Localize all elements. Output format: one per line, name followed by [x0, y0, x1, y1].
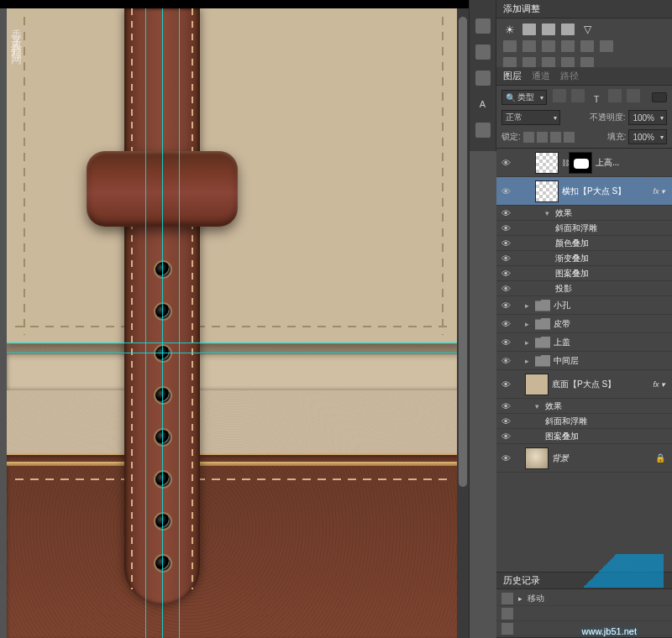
layer-effect-item[interactable]: 👁斜面和浮雕: [496, 414, 672, 429]
dock-icon[interactable]: [475, 44, 491, 60]
layer-group-row[interactable]: 👁▸皮带: [496, 315, 672, 333]
layer-visibility-toggle[interactable]: 👁: [496, 158, 515, 168]
group-toggle[interactable]: ▸: [525, 301, 535, 310]
layer-name[interactable]: 上盖: [554, 337, 669, 348]
dock-icon[interactable]: A: [475, 97, 491, 112]
guide-horizontal[interactable]: [7, 353, 460, 353]
fx-visibility-toggle[interactable]: 👁: [496, 208, 515, 218]
layer-visibility-toggle[interactable]: 👁: [496, 453, 515, 463]
layer-name[interactable]: 底面【P大点 S】: [552, 379, 653, 390]
layer-group-row[interactable]: 👁▸小孔: [496, 296, 672, 315]
channel-mixer-icon[interactable]: [580, 40, 594, 52]
layer-list[interactable]: 👁 ⛓ 上高... 👁 横扣【P大点 S】 fx ▾ 👁▾效果 👁斜面和浮雕 👁…: [496, 149, 672, 572]
layer-visibility-toggle[interactable]: 👁: [496, 379, 515, 390]
layers-tab[interactable]: 图层: [503, 70, 522, 82]
vibrance-icon[interactable]: ▽: [580, 24, 594, 35]
layer-name[interactable]: 上高...: [596, 157, 669, 169]
filter-type-icon[interactable]: T: [590, 92, 603, 106]
fx-visibility-toggle[interactable]: 👁: [496, 416, 515, 426]
dock-icon[interactable]: [475, 71, 491, 86]
mask-link-icon[interactable]: ⛓: [562, 159, 569, 167]
fill-input[interactable]: 100%: [628, 129, 667, 144]
photo-filter-icon[interactable]: [561, 40, 575, 52]
curves-icon[interactable]: [542, 24, 555, 35]
history-item[interactable]: [496, 606, 672, 621]
blend-mode-select[interactable]: 正常: [501, 110, 560, 125]
document-canvas[interactable]: [7, 8, 460, 638]
color-lookup-icon[interactable]: [600, 40, 613, 52]
layer-thumbnail[interactable]: [535, 152, 559, 174]
filter-adjustment-icon[interactable]: [571, 89, 585, 102]
opacity-input[interactable]: 100%: [628, 110, 667, 125]
layer-visibility-toggle[interactable]: 👁: [496, 337, 515, 348]
color-balance-icon[interactable]: [522, 40, 536, 52]
scrollbar-thumb[interactable]: [459, 17, 467, 487]
fx-visibility-toggle[interactable]: 👁: [496, 254, 515, 264]
fx-visibility-toggle[interactable]: 👁: [496, 238, 515, 248]
layer-mask-thumbnail[interactable]: [569, 152, 592, 174]
paths-tab[interactable]: 路径: [560, 70, 579, 82]
fx-visibility-toggle[interactable]: 👁: [496, 401, 515, 411]
guide-horizontal[interactable]: [7, 343, 460, 343]
layer-thumbnail[interactable]: [535, 180, 559, 202]
layer-group-row[interactable]: 👁▸中间层: [496, 352, 672, 370]
layer-effect-item[interactable]: 👁图案叠加: [496, 429, 672, 444]
levels-icon[interactable]: [522, 24, 536, 35]
layer-effect-item[interactable]: 👁颜色叠加: [496, 236, 672, 251]
layer-effect-item[interactable]: 👁投影: [496, 281, 672, 296]
layer-name[interactable]: 横扣【P大点 S】: [562, 186, 653, 197]
layer-row[interactable]: 👁 ⛓ 上高...: [496, 149, 672, 177]
layer-effect-item[interactable]: 👁渐变叠加: [496, 251, 672, 266]
layer-fx-badge[interactable]: fx ▾: [653, 380, 669, 389]
dock-icon[interactable]: [475, 123, 491, 138]
dock-icon[interactable]: [475, 18, 491, 34]
lock-transparency-icon[interactable]: [523, 132, 534, 143]
guide-vertical[interactable]: [179, 8, 180, 638]
canvas-scrollbar-vertical[interactable]: [457, 8, 469, 638]
history-tab[interactable]: 历史记录: [503, 574, 540, 587]
hue-sat-icon[interactable]: [503, 40, 517, 52]
layer-row[interactable]: 👁 底面【P大点 S】 fx ▾: [496, 370, 672, 399]
group-toggle[interactable]: ▸: [525, 320, 535, 328]
filter-pixel-icon[interactable]: [553, 89, 566, 102]
fx-visibility-toggle[interactable]: 👁: [496, 284, 515, 294]
guide-vertical[interactable]: [145, 8, 146, 638]
fx-visibility-toggle[interactable]: 👁: [496, 223, 515, 233]
layer-name[interactable]: 背景: [552, 452, 655, 464]
layer-name[interactable]: 中间层: [554, 355, 669, 367]
bw-icon[interactable]: [542, 40, 555, 52]
fx-visibility-toggle[interactable]: 👁: [496, 431, 515, 442]
fx-visibility-toggle[interactable]: 👁: [496, 269, 515, 279]
layer-name[interactable]: 小孔: [554, 300, 669, 311]
lock-pixels-icon[interactable]: [537, 132, 548, 143]
filter-toggle-switch[interactable]: [652, 92, 667, 102]
filter-shape-icon[interactable]: [608, 89, 622, 102]
layer-thumbnail[interactable]: [525, 447, 549, 469]
layer-visibility-toggle[interactable]: 👁: [496, 319, 515, 329]
layer-effect-item[interactable]: 👁斜面和浮雕: [496, 221, 672, 236]
layer-group-row[interactable]: 👁▸上盖: [496, 333, 672, 352]
layer-name[interactable]: 皮带: [554, 318, 669, 330]
guide-vertical[interactable]: [162, 8, 163, 638]
layer-visibility-toggle[interactable]: 👁: [496, 301, 515, 311]
history-item[interactable]: ▸移动: [496, 591, 672, 606]
layer-fx-badge[interactable]: fx ▾: [653, 187, 669, 196]
adjustments-tab[interactable]: 添加调整: [503, 3, 540, 15]
brightness-contrast-icon[interactable]: ☀: [503, 24, 517, 35]
layer-thumbnail[interactable]: [525, 374, 549, 395]
layer-effects-header[interactable]: 👁▾效果: [496, 206, 672, 221]
layer-visibility-toggle[interactable]: 👁: [496, 356, 515, 366]
lock-all-icon[interactable]: [564, 132, 575, 143]
layer-visibility-toggle[interactable]: 👁: [496, 186, 515, 196]
channels-tab[interactable]: 通道: [532, 70, 550, 82]
lock-position-icon[interactable]: [550, 132, 561, 143]
layer-filter-type-select[interactable]: 🔍类型: [501, 90, 547, 105]
layer-row-selected[interactable]: 👁 横扣【P大点 S】 fx ▾: [496, 177, 672, 206]
group-toggle[interactable]: ▸: [525, 338, 535, 347]
group-toggle[interactable]: ▸: [525, 357, 535, 365]
filter-smart-icon[interactable]: [627, 89, 640, 102]
layer-effect-item[interactable]: 👁图案叠加: [496, 266, 672, 281]
layer-row-background[interactable]: 👁 背景 🔒: [496, 444, 672, 473]
exposure-icon[interactable]: [561, 24, 575, 35]
layer-effects-header[interactable]: 👁▾效果: [496, 399, 672, 414]
